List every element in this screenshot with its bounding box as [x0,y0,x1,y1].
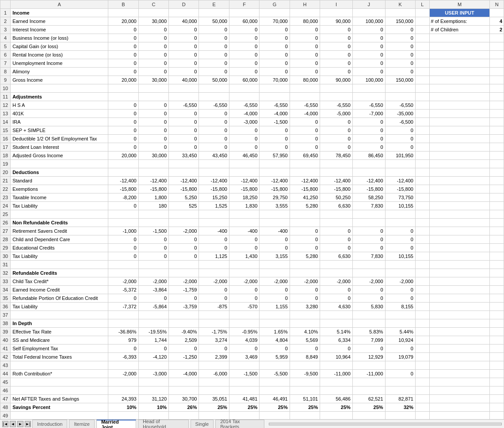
cell-b-28[interactable]: 0 [108,235,138,244]
cell-f-9[interactable]: 60,000 [229,76,259,84]
cell-j-12[interactable]: -6,550 [352,101,385,110]
cell-g-18[interactable]: 57,950 [260,152,290,160]
cell-d-16[interactable]: 0 [169,135,199,143]
cell-j-24[interactable]: 7,830 [352,202,385,210]
cell-j-48[interactable]: 25% [352,403,385,412]
cell-b-48[interactable]: 10% [108,403,138,412]
cell-c-12[interactable]: 0 [138,101,168,110]
cell-j-19[interactable] [352,160,385,168]
cell-b-3[interactable]: 0 [108,26,138,34]
cell-f-20[interactable] [229,168,259,177]
cell-c-30[interactable]: 0 [138,252,168,261]
cell-h-18[interactable]: 69,450 [290,152,320,160]
nav-last-btn[interactable]: ►| [25,421,31,427]
cell-j-33[interactable]: -2,000 [352,277,385,286]
cell-h-46[interactable] [290,386,320,395]
cell-c-31[interactable] [138,261,168,269]
cell-d-43[interactable] [169,361,199,370]
cell-e-40[interactable]: 3,274 [199,336,229,345]
cell-i-2[interactable]: 90,000 [320,17,353,26]
cell-f-27[interactable]: -400 [229,227,259,235]
cell-a-47[interactable]: Net AFTER Taxes and Savings [11,395,108,403]
cell-d-18[interactable]: 33,450 [169,152,199,160]
cell-d-32[interactable] [169,269,199,277]
cell-i-19[interactable] [320,160,353,168]
cell-j-32[interactable] [352,269,385,277]
cell-e-12[interactable]: -6,550 [199,101,229,110]
cell-k-7[interactable]: 0 [385,59,415,68]
cell-h-16[interactable]: 0 [290,135,320,143]
cell-h-30[interactable]: 5,280 [290,252,320,261]
cell-d-26[interactable] [169,219,199,227]
cell-h-42[interactable]: 8,849 [290,353,320,361]
cell-f-28[interactable]: 0 [229,235,259,244]
cell-f-32[interactable] [229,269,259,277]
cell-d-15[interactable]: 0 [169,126,199,135]
cell-i-31[interactable] [320,261,353,269]
cell-j-13[interactable]: -7,000 [352,110,385,118]
cell-f-19[interactable] [229,160,259,168]
cell-a-31[interactable] [11,261,108,269]
cell-d-34[interactable]: -1,759 [169,286,199,294]
cell-f-48[interactable]: 25% [229,403,259,412]
cell-f-45[interactable] [229,378,259,386]
cell-k-48[interactable]: 32% [385,403,415,412]
cell-b-21[interactable]: -12,400 [108,177,138,185]
cell-e-28[interactable]: 0 [199,235,229,244]
cell-a-13[interactable]: 401K [11,110,108,118]
cell-c-34[interactable]: -3,864 [138,286,168,294]
cell-f-49[interactable] [229,412,259,420]
cell-d-1[interactable] [169,9,199,17]
cell-g-36[interactable]: 1,155 [260,303,290,311]
cell-d-10[interactable] [169,84,199,93]
cell-c-13[interactable]: 0 [138,110,168,118]
tab-introduction[interactable]: Introduction [32,420,67,428]
cell-g-7[interactable]: 0 [260,59,290,68]
cell-h-9[interactable]: 80,000 [290,76,320,84]
cell-k-49[interactable] [385,412,415,420]
cell-a-19[interactable] [11,160,108,168]
cell-h-17[interactable]: 0 [290,143,320,152]
cell-f-34[interactable]: 0 [229,286,259,294]
cell-j-15[interactable]: 0 [352,126,385,135]
cell-k-1[interactable] [385,9,415,17]
cell-c-32[interactable] [138,269,168,277]
cell-f-26[interactable] [229,219,259,227]
cell-h-15[interactable]: 0 [290,126,320,135]
cell-h-41[interactable]: 0 [290,345,320,353]
cell-a-33[interactable]: Child Tax Credit* [11,277,108,286]
cell-b-40[interactable]: 979 [108,336,138,345]
cell-h-1[interactable] [290,9,320,17]
cell-k-21[interactable]: -12,400 [385,177,415,185]
cell-a-42[interactable]: Total Federal Income Taxes [11,353,108,361]
cell-f-31[interactable] [229,261,259,269]
cell-b-46[interactable] [108,386,138,395]
cell-j-49[interactable] [352,412,385,420]
cell-g-37[interactable] [260,311,290,319]
cell-c-25[interactable] [138,210,168,219]
cell-j-43[interactable] [352,361,385,370]
tab-head-of-household[interactable]: Head of Household [138,420,189,428]
cell-g-1[interactable] [260,9,290,17]
cell-h-8[interactable]: 0 [290,68,320,76]
cell-g-46[interactable] [260,386,290,395]
cell-i-38[interactable] [320,319,353,328]
cell-c-21[interactable]: -12,400 [138,177,168,185]
cell-i-22[interactable]: -15,800 [320,185,353,193]
cell-k-14[interactable]: -6,500 [385,118,415,126]
cell-c-48[interactable]: 10% [138,403,168,412]
cell-e-41[interactable]: 0 [199,345,229,353]
cell-g-26[interactable] [260,219,290,227]
cell-i-5[interactable]: 0 [320,42,353,51]
cell-h-33[interactable]: -2,000 [290,277,320,286]
cell-b-14[interactable]: 0 [108,118,138,126]
cell-c-26[interactable] [138,219,168,227]
cell-j-47[interactable]: 62,521 [352,395,385,403]
cell-e-43[interactable] [199,361,229,370]
cell-b-12[interactable]: 0 [108,101,138,110]
cell-k-19[interactable] [385,160,415,168]
cell-a-15[interactable]: SEP + SIMPLE [11,126,108,135]
cell-f-35[interactable]: 0 [229,294,259,303]
cell-d-35[interactable]: 0 [169,294,199,303]
cell-b-31[interactable] [108,261,138,269]
